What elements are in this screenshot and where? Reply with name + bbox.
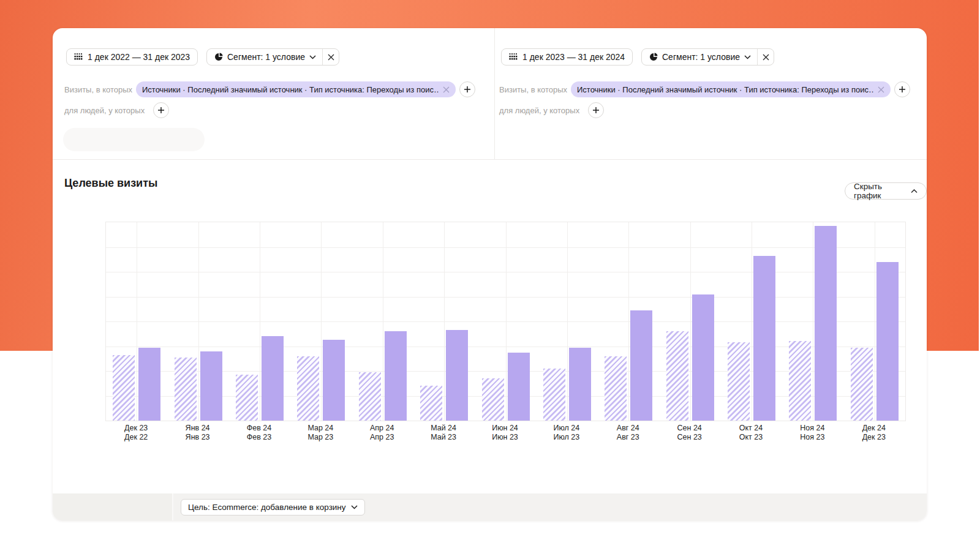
x-axis-label: Дек 23Дек 22 xyxy=(105,424,167,441)
hide-chart-button[interactable]: Скрыть график xyxy=(845,182,927,200)
chevron-down-icon xyxy=(744,55,751,59)
grid-vline xyxy=(137,222,137,421)
segment-button-b[interactable]: Сегмент: 1 условие xyxy=(642,49,757,65)
bar-solid-Мар-24 xyxy=(323,340,345,421)
bar-hatched-Янв-23 xyxy=(175,358,197,421)
close-icon xyxy=(763,54,769,61)
footer-left-cell xyxy=(53,493,172,520)
segment-label: Сегмент: 1 условие xyxy=(227,52,305,62)
grid-vline xyxy=(444,222,445,421)
x-axis-label: Сен 24Сен 23 xyxy=(659,424,720,441)
bar-solid-Май-24 xyxy=(446,330,468,421)
people-row-label-b: для людей, у которых xyxy=(499,102,579,118)
bar-solid-Июл-24 xyxy=(569,348,591,421)
bar-solid-Июн-24 xyxy=(508,353,530,421)
x-axis-label: Апр 24Апр 23 xyxy=(352,424,413,441)
filter-chip-b[interactable]: Источники · Последний значимый источник … xyxy=(571,81,891,97)
segment-control-a: Сегмент: 1 условие xyxy=(206,48,339,66)
x-axis-label: Ноя 24Ноя 23 xyxy=(782,424,843,441)
x-axis-label: Окт 24Окт 23 xyxy=(720,424,782,441)
bar-hatched-Ноя-23 xyxy=(789,341,811,421)
plus-icon xyxy=(899,86,906,93)
grid-vline xyxy=(813,222,813,421)
bar-hatched-Июн-23 xyxy=(482,378,504,421)
bar-solid-Сен-24 xyxy=(692,294,714,421)
bar-hatched-Мар-23 xyxy=(297,356,319,421)
bar-hatched-Окт-23 xyxy=(728,342,750,421)
x-axis-label: Дек 24Дек 23 xyxy=(843,424,905,441)
x-axis-label: Июл 24Июл 23 xyxy=(536,424,597,441)
bar-hatched-Апр-23 xyxy=(359,372,381,421)
segment-remove-button-a[interactable] xyxy=(322,49,339,65)
bar-solid-Авг-24 xyxy=(630,310,652,421)
bar-solid-Ноя-24 xyxy=(815,226,837,421)
pie-chart-icon xyxy=(649,53,658,61)
date-range-label: 1 дек 2023 — 31 дек 2024 xyxy=(522,52,625,62)
add-people-condition-button-b[interactable] xyxy=(588,102,604,118)
grid-vline xyxy=(198,222,199,421)
bar-solid-Дек-24 xyxy=(876,262,899,421)
bar-solid-Апр-24 xyxy=(385,331,407,421)
bar-hatched-Дек-23 xyxy=(851,348,873,421)
add-visit-condition-button-b[interactable] xyxy=(894,81,910,97)
grid-vline xyxy=(321,222,322,421)
goal-selector-label: Цель: Ecommerce: добавление в корзину xyxy=(188,503,346,512)
x-axis-label: Май 24Май 23 xyxy=(413,424,474,441)
footer-cell-divider xyxy=(172,493,173,520)
x-axis-label: Янв 24Янв 23 xyxy=(167,424,228,441)
visits-row-label-b: Визиты, в которых xyxy=(499,81,567,97)
add-visit-condition-button-a[interactable] xyxy=(459,81,475,97)
segment-control-b: Сегмент: 1 условие xyxy=(641,48,774,66)
plus-icon xyxy=(157,107,165,114)
bar-hatched-Фев-23 xyxy=(236,375,258,421)
segment-label: Сегмент: 1 условие xyxy=(662,52,740,62)
bar-solid-Фев-24 xyxy=(262,336,284,421)
segment-remove-button-b[interactable] xyxy=(757,49,774,65)
grid-vline xyxy=(260,222,260,421)
grid-vline xyxy=(752,222,752,421)
people-row-label-a: для людей, у которых xyxy=(64,102,145,118)
bar-solid-Янв-24 xyxy=(200,351,222,421)
chevron-down-icon xyxy=(351,505,358,509)
filter-chip-label: Источники · Последний значимый источник … xyxy=(142,85,439,94)
visits-row-label-a: Визиты, в которых xyxy=(64,81,132,97)
bar-hatched-Сен-23 xyxy=(666,331,688,421)
date-range-label: 1 дек 2022 — 31 дек 2023 xyxy=(88,52,190,62)
grid-vline xyxy=(567,222,568,421)
grid-vline xyxy=(628,222,629,421)
x-axis-label: Авг 24Авг 23 xyxy=(597,424,658,441)
bar-hatched-Дек-22 xyxy=(113,355,135,421)
date-range-picker-a[interactable]: 1 дек 2022 — 31 дек 2023 xyxy=(66,48,198,66)
panel-divider xyxy=(494,28,495,159)
plus-icon xyxy=(464,86,471,93)
chip-close-icon[interactable] xyxy=(443,86,450,93)
x-axis-label: Июн 24Июн 23 xyxy=(475,424,536,441)
grid-vline xyxy=(383,222,383,421)
bar-hatched-Авг-23 xyxy=(605,356,627,421)
grid-vline xyxy=(690,222,691,421)
calendar-grid-icon xyxy=(509,53,518,61)
section-divider xyxy=(53,159,927,160)
page-title: Целевые визиты xyxy=(64,177,157,190)
filter-chip-label: Источники · Последний значимый источник … xyxy=(577,85,873,94)
bar-solid-Дек-23 xyxy=(138,348,160,421)
chart-plot xyxy=(105,222,906,421)
bar-hatched-Май-23 xyxy=(420,386,442,421)
segment-button-a[interactable]: Сегмент: 1 условие xyxy=(207,49,322,65)
page: 1 дек 2022 — 31 дек 2023 Сегмент: 1 усло… xyxy=(0,0,980,551)
add-people-condition-button-a[interactable] xyxy=(153,102,169,118)
grid-vline xyxy=(506,222,507,421)
pie-chart-icon xyxy=(214,53,223,61)
grid-vline xyxy=(875,222,875,421)
chip-close-icon[interactable] xyxy=(878,86,884,93)
x-axis-label: Фев 24Фев 23 xyxy=(228,424,290,441)
date-range-picker-b[interactable]: 1 дек 2023 — 31 дек 2024 xyxy=(501,48,633,66)
bar-hatched-Июл-23 xyxy=(543,369,565,421)
calendar-grid-icon xyxy=(74,53,83,61)
footer-bar: Цель: Ecommerce: добавление в корзину xyxy=(53,493,927,520)
filter-chip-a[interactable]: Источники · Последний значимый источник … xyxy=(136,81,456,97)
chevron-up-icon xyxy=(911,189,918,193)
x-axis-label: Мар 24Мар 23 xyxy=(290,424,351,441)
goal-selector-dropdown[interactable]: Цель: Ecommerce: добавление в корзину xyxy=(181,499,365,515)
close-icon xyxy=(328,54,334,61)
